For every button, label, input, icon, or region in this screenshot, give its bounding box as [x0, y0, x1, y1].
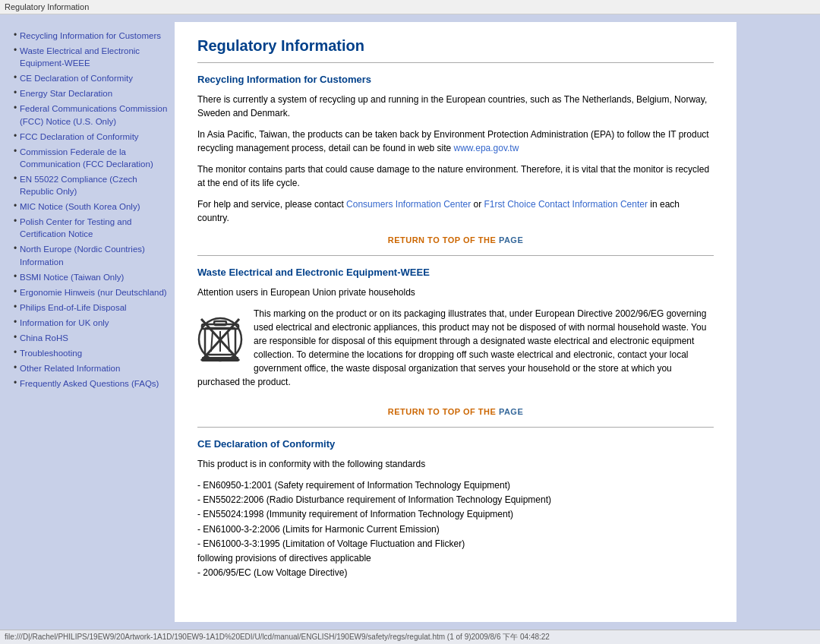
return-link-2: RETURN TO TOP OF THE PAGE — [197, 407, 714, 416]
sidebar-link-philips[interactable]: Philips End-of-Life Disposal — [20, 303, 127, 312]
recycling-para-3: The monitor contains parts that could ca… — [197, 163, 714, 190]
list-item: CE Declaration of Conformity — [14, 72, 169, 84]
sidebar-link-energy[interactable]: Energy Star Declaration — [20, 89, 112, 98]
sidebar-link-cfcc[interactable]: Commission Federale de la Communication … — [20, 147, 153, 169]
list-item: North Europe (Nordic Countries) Informat… — [14, 243, 169, 267]
weee-body-text: This marking on the product or on its pa… — [197, 307, 714, 389]
right-panel — [736, 22, 812, 622]
standard-item: following provisions of directives appli… — [197, 551, 714, 566]
sidebar-link-bsmi[interactable]: BSMI Notice (Taiwan Only) — [20, 273, 124, 282]
return-link-1: RETURN TO TOP OF THE PAGE — [197, 235, 714, 245]
return-top-link-1[interactable]: RETURN TO TOP OF THE PAGE — [388, 235, 524, 245]
weee-svg — [197, 311, 243, 365]
list-item: Waste Electrical and Electronic Equipmen… — [14, 45, 169, 69]
bottom-bar: file:///D|/Rachel/PHILIPS/19EW9/20Artwor… — [0, 630, 820, 644]
section-ce: CE Declaration of Conformity This produc… — [197, 438, 714, 580]
standard-item: - EN60950-1:2001 (Safety requirement of … — [197, 478, 714, 493]
list-item: FCC Declaration of Conformity — [14, 131, 169, 143]
sidebar-link-faqs[interactable]: Frequently Asked Questions (FAQs) — [20, 379, 159, 388]
list-item: Federal Communications Commission (FCC) … — [14, 103, 169, 127]
sidebar-link-mic[interactable]: MIC Notice (South Korea Only) — [20, 202, 140, 211]
title-bar: Regulatory Information — [0, 0, 820, 14]
section-heading-weee: Waste Electrical and Electronic Equipmen… — [197, 267, 714, 278]
list-item: Ergonomie Hinweis (nur Deutschland) — [14, 286, 169, 298]
sidebar-link-recycling[interactable]: Recycling Information for Customers — [20, 31, 161, 40]
list-item: Frequently Asked Questions (FAQs) — [14, 377, 169, 390]
sidebar-link-ce[interactable]: CE Declaration of Conformity — [20, 74, 133, 83]
list-item: Information for UK only — [14, 317, 169, 329]
left-sidebar: Recycling Information for Customers Wast… — [8, 22, 175, 622]
svg-rect-9 — [202, 357, 238, 361]
sidebar-link-troubleshooting[interactable]: Troubleshooting — [20, 349, 82, 358]
page-wrapper: Regulatory Information Recycling Informa… — [0, 0, 820, 644]
weee-intro: Attention users in European Union privat… — [197, 286, 714, 299]
list-item: Polish Center for Testing and Certificat… — [14, 216, 169, 240]
return-top-link-2[interactable]: RETURN TO TOP OF THE PAGE — [388, 407, 524, 416]
list-item: Commission Federale de la Communication … — [14, 146, 169, 170]
list-item: China RoHS — [14, 332, 169, 344]
list-item: Recycling Information for Customers — [14, 30, 169, 42]
list-item: BSMI Notice (Taiwan Only) — [14, 271, 169, 283]
sidebar-link-nordic[interactable]: North Europe (Nordic Countries) Informat… — [20, 245, 145, 266]
standard-item: - EN55022:2006 (Radio Disturbance requir… — [197, 493, 714, 507]
title-bar-text: Regulatory Information — [5, 2, 89, 11]
sidebar-link-ergonomie[interactable]: Ergonomie Hinweis (nur Deutschland) — [20, 288, 167, 297]
recycling-para-4: For help and service, please contact Con… — [197, 197, 714, 225]
sidebar-link-uk[interactable]: Information for UK only — [20, 318, 109, 327]
standard-item: - EN61000-3-3:1995 (Limitation of Voltag… — [197, 537, 714, 551]
divider-2 — [197, 255, 714, 256]
standard-item: - 2006/95/EC (Low Voltage Directive) — [197, 566, 714, 580]
sidebar-nav: Recycling Information for Customers Wast… — [14, 30, 169, 390]
section-heading-ce: CE Declaration of Conformity — [197, 438, 714, 450]
f1rst-choice-link[interactable]: F1rst Choice Contact Information Center — [484, 199, 648, 210]
svg-rect-2 — [214, 321, 226, 325]
section-recycling: Recycling Information for Customers Ther… — [197, 74, 714, 256]
recycling-para-1: There is currently a system of recycling… — [197, 93, 714, 120]
consumers-center-link[interactable]: Consumers Information Center — [346, 199, 471, 210]
weee-icon — [197, 311, 243, 367]
ce-intro: This product is in conformity with the f… — [197, 457, 714, 471]
list-item: Troubleshooting — [14, 347, 169, 359]
standard-item: - EN61000-3-2:2006 (Limits for Harmonic … — [197, 522, 714, 537]
list-item: Energy Star Declaration — [14, 87, 169, 99]
sidebar-link-polish[interactable]: Polish Center for Testing and Certificat… — [20, 217, 131, 238]
divider-1 — [197, 62, 714, 63]
recycling-para-2: In Asia Pacific, Taiwan, the products ca… — [197, 128, 714, 155]
page-title: Regulatory Information — [197, 37, 714, 55]
page-area: Recycling Information for Customers Wast… — [0, 14, 820, 630]
list-item: MIC Notice (South Korea Only) — [14, 200, 169, 213]
list-item: EN 55022 Compliance (Czech Republic Only… — [14, 173, 169, 197]
sidebar-link-china[interactable]: China RoHS — [20, 333, 68, 343]
divider-3 — [197, 427, 714, 428]
standard-item: - EN55024:1998 (Immunity requirement of … — [197, 507, 714, 522]
sidebar-link-fcc[interactable]: Federal Communications Commission (FCC) … — [20, 104, 167, 125]
bottom-bar-text: file:///D|/Rachel/PHILIPS/19EW9/20Artwor… — [5, 633, 550, 641]
main-content: Regulatory Information Recycling Informa… — [175, 22, 736, 622]
weee-body-area: This marking on the product or on its pa… — [197, 307, 714, 396]
sidebar-nav-list: Recycling Information for Customers Wast… — [14, 30, 169, 390]
list-item: Philips End-of-Life Disposal — [14, 301, 169, 314]
list-item: Other Related Information — [14, 362, 169, 374]
sidebar-link-weee[interactable]: Waste Electrical and Electronic Equipmen… — [20, 46, 140, 68]
section-weee: Waste Electrical and Electronic Equipmen… — [197, 267, 714, 428]
sidebar-link-en55022[interactable]: EN 55022 Compliance (Czech Republic Only… — [20, 175, 137, 196]
sidebar-link-other[interactable]: Other Related Information — [20, 364, 120, 373]
standards-list: - EN60950-1:2001 (Safety requirement of … — [197, 478, 714, 580]
epa-link[interactable]: www.epa.gov.tw — [454, 143, 519, 153]
section-heading-recycling: Recycling Information for Customers — [197, 74, 714, 85]
sidebar-link-fccdec[interactable]: FCC Declaration of Conformity — [20, 132, 139, 141]
